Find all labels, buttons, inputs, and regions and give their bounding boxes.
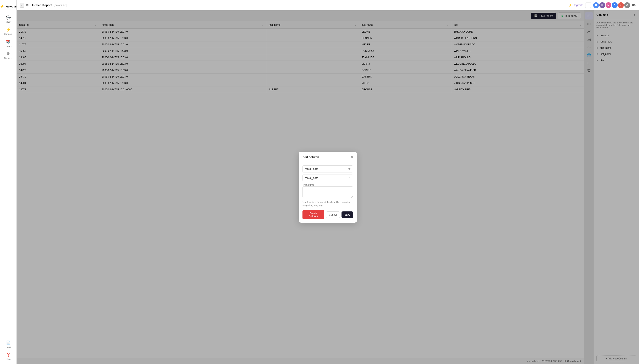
avatar-h1: H <box>593 2 599 8</box>
content-area: 💾 Save report ▶ Run query rental_id <box>17 10 639 364</box>
chat-icon: 💬 <box>6 15 11 20</box>
sidebar-item-settings[interactable]: ⚙ Settings <box>0 50 17 61</box>
report-title: Untitled Report <box>31 4 52 7</box>
sidebar: ⚡ Flowtrail 💬 Chat ⚡ Connect 📚 Library ⚙… <box>0 0 17 364</box>
topbar: ← ⊞ Untitled Report [Data table] ⚡ Upgra… <box>17 0 639 10</box>
upgrade-button[interactable]: ⚡ Upgrade <box>569 4 583 7</box>
delete-column-button[interactable]: Delete Column <box>302 210 324 219</box>
back-button[interactable]: ← <box>20 3 24 8</box>
modal-body: 👁 rental_date ⌃ Transform: Use functions… <box>299 162 357 210</box>
logo-icon: ⚡ <box>0 4 4 9</box>
upgrade-icon: ⚡ <box>569 4 572 7</box>
modal-actions: Cancel Save <box>326 212 353 218</box>
app-name: Flowtrail <box>6 5 17 8</box>
avatar-j: J <box>618 2 624 8</box>
modal-header: Edit column × <box>299 152 357 162</box>
chevron-icon: ⌃ <box>349 176 351 180</box>
cancel-button[interactable]: Cancel <box>326 212 340 218</box>
avatar-more: +3 <box>624 2 630 8</box>
sidebar-item-library[interactable]: 📚 Library <box>0 38 17 49</box>
sidebar-bottom: 📄 Docs ❓ Help <box>0 339 17 362</box>
field-select-value: rental_date <box>305 176 318 180</box>
sidebar-item-label: Connect <box>4 33 13 35</box>
modal-close-button[interactable]: × <box>351 155 353 160</box>
eye-icon[interactable]: 👁 <box>348 167 351 170</box>
sidebar-item-label: Docs <box>6 346 11 348</box>
transform-textarea[interactable] <box>302 186 353 198</box>
sidebar-nav: 💬 Chat ⚡ Connect 📚 Library ⚙ Settings <box>0 14 17 61</box>
sidebar-item-help[interactable]: ❓ Help <box>0 351 17 362</box>
topbar-right: ⚡ Upgrade + H H M B J +3 HA <box>569 2 636 8</box>
main-area: ← ⊞ Untitled Report [Data table] ⚡ Upgra… <box>17 0 639 364</box>
report-type: [Data table] <box>54 4 66 7</box>
help-icon: ❓ <box>6 352 11 357</box>
avatar-group: H H M B J +3 <box>593 2 630 8</box>
app-logo: ⚡ Flowtrail <box>0 2 17 12</box>
avatar-b: B <box>612 2 618 8</box>
upgrade-label: Upgrade <box>573 4 583 7</box>
ha-button[interactable]: HA <box>632 4 636 7</box>
sidebar-item-label: Settings <box>4 57 13 59</box>
transform-label: Transform: <box>302 184 353 186</box>
modal-footer: Delete Column Cancel Save <box>299 210 357 223</box>
avatar-h2: H <box>599 2 605 8</box>
settings-icon: ⚙ <box>7 52 10 56</box>
connect-icon: ⚡ <box>6 27 11 32</box>
sidebar-item-chat[interactable]: 💬 Chat <box>0 14 17 25</box>
save-button[interactable]: Save <box>341 212 353 218</box>
field-select[interactable]: rental_date ⌃ <box>302 174 353 182</box>
sidebar-item-docs[interactable]: 📄 Docs <box>0 339 17 350</box>
sidebar-item-label: Help <box>6 358 11 360</box>
transform-section: Transform: <box>302 184 353 198</box>
library-icon: 📚 <box>6 40 11 44</box>
sidebar-item-label: Chat <box>6 21 11 23</box>
column-name-field: 👁 <box>302 166 353 172</box>
modal-overlay[interactable]: Edit column × 👁 rental_date ⌃ Transform: <box>17 10 639 364</box>
modal-title: Edit column <box>302 156 319 159</box>
add-button[interactable]: + <box>585 2 591 8</box>
sidebar-item-label: Library <box>5 45 12 47</box>
transform-hint: Use functions to format the data. Use nu… <box>302 201 353 207</box>
report-icon: ⊞ <box>26 4 29 7</box>
avatar-m: M <box>605 2 611 8</box>
edit-column-modal: Edit column × 👁 rental_date ⌃ Transform: <box>299 152 357 223</box>
sidebar-item-connect[interactable]: ⚡ Connect <box>0 26 17 37</box>
column-name-input[interactable] <box>305 167 348 170</box>
docs-icon: 📄 <box>6 340 11 345</box>
